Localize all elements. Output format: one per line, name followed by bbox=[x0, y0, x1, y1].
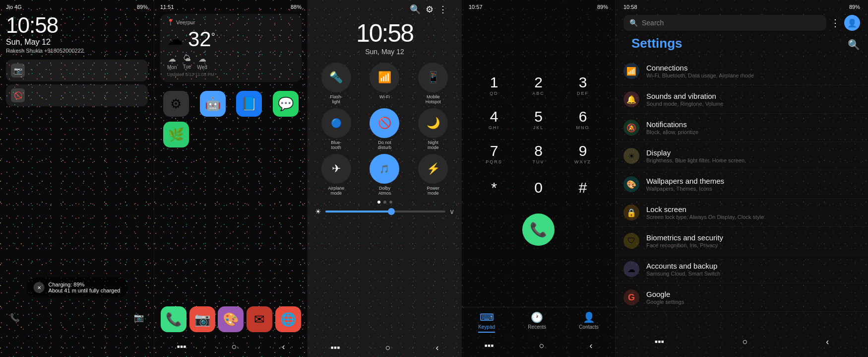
nav4-recent-icon[interactable]: ▪▪▪ bbox=[484, 341, 494, 351]
nav2-back-icon[interactable]: ‹ bbox=[282, 342, 285, 352]
dialer-key-1[interactable]: 1 QD bbox=[477, 71, 511, 99]
dialer-key-4[interactable]: 4 GHI bbox=[477, 106, 511, 133]
dialer-row-1: 1 QD 2 ABC 3 DEF bbox=[477, 71, 600, 99]
lockscreen-sub: Screen lock type, Always On Display, Clo… bbox=[646, 214, 860, 220]
settings-search-icon2[interactable]: 🔍 bbox=[848, 39, 860, 51]
qs-search-icon[interactable]: 🔍 bbox=[410, 4, 421, 15]
nav3-home-icon[interactable]: ○ bbox=[385, 343, 391, 353]
qs-tile-bluetooth[interactable]: 🔵 Blue-tooth bbox=[314, 108, 359, 150]
call-button[interactable]: 📞 bbox=[522, 214, 555, 246]
wifi-icon[interactable]: 📶 bbox=[370, 63, 399, 92]
settings-icon[interactable]: ⚙ bbox=[163, 91, 189, 117]
brightness-control[interactable]: ☀ ∨ bbox=[308, 208, 461, 219]
nav5-recent-icon[interactable]: ▪▪▪ bbox=[655, 337, 664, 347]
flashlight-icon[interactable]: 🔦 bbox=[321, 63, 351, 92]
nav-home-icon[interactable]: ○ bbox=[77, 333, 82, 342]
nav4-back-icon[interactable]: ‹ bbox=[589, 341, 592, 351]
dock-chrome[interactable]: 🌐 bbox=[275, 306, 301, 332]
app-bitmoji[interactable]: 🤖 bbox=[197, 91, 229, 117]
settings-item-display[interactable]: ☀ Display Brightness, Blue light filter,… bbox=[616, 142, 868, 170]
facebook-icon[interactable]: 📘 bbox=[236, 91, 262, 117]
settings-search-bar[interactable]: 🔍 Search bbox=[623, 15, 826, 31]
qs-tile-airplane[interactable]: ✈ Airplanemode bbox=[314, 154, 359, 196]
dnd-label: Do notdisturb bbox=[378, 140, 391, 150]
keypad-icon: ⌨ bbox=[480, 311, 494, 323]
app-settings[interactable]: ⚙ bbox=[160, 91, 192, 117]
google-icon: G bbox=[623, 289, 639, 305]
dolby-icon[interactable]: 🎵 bbox=[370, 154, 399, 184]
dialer-key-3[interactable]: 3 DEF bbox=[565, 71, 600, 99]
dialer-key-8[interactable]: 8 TUV bbox=[521, 140, 556, 167]
dnd-icon[interactable]: 🚫 bbox=[370, 108, 399, 138]
display-text: Display Brightness, Blue light filter, H… bbox=[646, 148, 860, 163]
dock-gallery[interactable]: 🎨 bbox=[218, 306, 244, 332]
p4-time: 10:57 bbox=[469, 4, 483, 10]
hotspot-icon[interactable]: 📱 bbox=[418, 63, 448, 92]
qs-tile-dnd[interactable]: 🚫 Do notdisturb bbox=[363, 108, 407, 150]
nav3-back-icon[interactable]: ‹ bbox=[435, 343, 438, 353]
dialer-key-5[interactable]: 5 JKL bbox=[521, 106, 556, 133]
settings-item-wallpapers[interactable]: 🎨 Wallpapers and themes Wallpapers, Them… bbox=[616, 170, 868, 199]
airplane-icon[interactable]: ✈ bbox=[321, 154, 351, 184]
bluetooth-icon[interactable]: 🔵 bbox=[321, 108, 351, 138]
app-whatsapp[interactable]: 💬 bbox=[270, 91, 302, 117]
nav5-home-icon[interactable]: ○ bbox=[743, 337, 748, 347]
qs-tile-hotspot[interactable]: 📱 MobileHotspot bbox=[411, 63, 455, 104]
settings-item-biometrics[interactable]: 🛡 Biometrics and security Face recogniti… bbox=[616, 227, 868, 255]
power-icon[interactable]: ⚡ bbox=[418, 154, 448, 184]
tab-recents[interactable]: 🕐 Recents bbox=[528, 311, 546, 333]
settings-item-lockscreen[interactable]: 🔒 Lock screen Screen lock type, Always O… bbox=[616, 199, 868, 227]
settings-item-accounts[interactable]: ☁ Accounts and backup Samsung Cloud, Sma… bbox=[616, 255, 868, 284]
bitmoji-icon[interactable]: 🤖 bbox=[200, 91, 226, 117]
settings-more-button[interactable]: ⋮ bbox=[830, 17, 840, 29]
nav-recent-icon[interactable]: ▪▪▪ bbox=[26, 333, 35, 342]
scenery-icon[interactable]: 🌿 bbox=[163, 122, 189, 147]
display-icon: ☀ bbox=[623, 148, 639, 164]
qs-more-icon[interactable]: ⋮ bbox=[438, 4, 447, 15]
brightness-thumb[interactable] bbox=[388, 208, 395, 215]
nav-bar-panel3: ▪▪▪ ○ ‹ bbox=[308, 343, 461, 353]
settings-item-connections[interactable]: 📶 Connections Wi-Fi, Bluetooth, Data usa… bbox=[616, 57, 868, 85]
search-input[interactable]: Search bbox=[642, 19, 820, 27]
hotspot-label: MobileHotspot bbox=[426, 94, 441, 104]
nav5-back-icon[interactable]: ‹ bbox=[826, 337, 829, 347]
brightness-expand-icon[interactable]: ∨ bbox=[449, 208, 454, 215]
settings-item-sounds[interactable]: 🔔 Sounds and vibration Sound mode, Ringt… bbox=[616, 85, 868, 114]
nightmode-icon[interactable]: 🌙 bbox=[418, 108, 448, 138]
whatsapp-icon[interactable]: 💬 bbox=[273, 91, 299, 117]
tab-keypad[interactable]: ⌨ Keypad bbox=[478, 311, 495, 333]
nav2-home-icon[interactable]: ○ bbox=[232, 342, 237, 352]
dialer-key-2[interactable]: 2 ABC bbox=[521, 71, 556, 99]
close-charging-button[interactable]: ✕ bbox=[34, 282, 45, 293]
dialer-key-7[interactable]: 7 PQRS bbox=[477, 140, 511, 167]
nav2-recent-icon[interactable]: ▪▪▪ bbox=[177, 342, 186, 352]
qs-tile-dolby[interactable]: 🎵 DolbyAtmos bbox=[363, 154, 407, 196]
dialer-key-0[interactable]: 0 bbox=[521, 174, 556, 202]
qs-tile-nightmode[interactable]: 🌙 Nightmode bbox=[411, 108, 455, 150]
app-facebook[interactable]: 📘 bbox=[234, 91, 265, 117]
nav4-home-icon[interactable]: ○ bbox=[539, 341, 545, 351]
settings-item-google[interactable]: G Google Google settings bbox=[616, 284, 868, 312]
user-avatar[interactable]: 👤 bbox=[844, 15, 860, 31]
dock-phone[interactable]: 📞 bbox=[161, 306, 186, 332]
dialer-key-6[interactable]: 6 MNO bbox=[565, 106, 600, 133]
qs-tile-flashlight[interactable]: 🔦 Flash-light bbox=[314, 63, 359, 104]
brightness-slider[interactable] bbox=[325, 211, 445, 213]
dock-camera[interactable]: 📷 bbox=[189, 306, 215, 332]
dialer-key-star[interactable]: * bbox=[477, 174, 511, 202]
qs-tile-power[interactable]: ⚡ Powermode bbox=[411, 154, 455, 196]
accounts-title: Accounts and backup bbox=[646, 262, 860, 270]
qs-settings-icon[interactable]: ⚙ bbox=[426, 4, 434, 15]
settings-item-notifications[interactable]: 🔕 Notifications Block, allow, prioritize bbox=[616, 114, 868, 142]
dialer-key-hash[interactable]: # bbox=[565, 174, 600, 202]
dialer-key-9[interactable]: 9 WXYZ bbox=[565, 140, 600, 167]
app-scenery[interactable]: 🌿 bbox=[160, 122, 192, 147]
tab-contacts[interactable]: 👤 Contacts bbox=[579, 311, 598, 333]
nav-back-icon[interactable]: ‹ bbox=[125, 333, 127, 342]
weather-widget[interactable]: 📍 Veerpur ☁ 32 ° ☁ Mon 🌤 Tue bbox=[160, 14, 302, 82]
dock-gmail[interactable]: ✉ bbox=[247, 306, 272, 332]
qs-tile-wifi[interactable]: 📶 Wi-Fi bbox=[363, 63, 407, 104]
nav-bar-panel2: ▪▪▪ ○ ‹ bbox=[154, 342, 308, 352]
nav3-recent-icon[interactable]: ▪▪▪ bbox=[330, 343, 340, 353]
search-icon: 🔍 bbox=[629, 19, 638, 27]
